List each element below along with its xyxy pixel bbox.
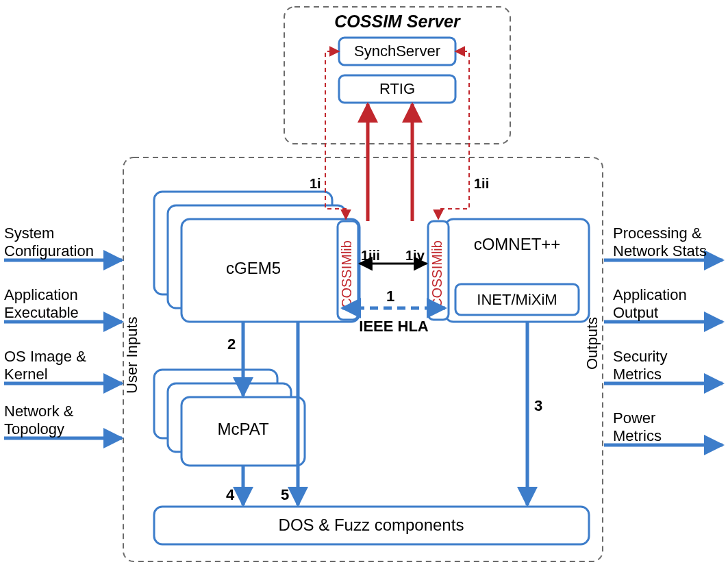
svg-text:Metrics: Metrics — [613, 366, 662, 383]
synchserver-label: SynchServer — [354, 42, 440, 60]
label-5: 5 — [281, 486, 289, 503]
svg-text:System: System — [4, 225, 54, 242]
user-inputs-label: User Inputs — [123, 317, 140, 394]
label-1i: 1i — [310, 176, 321, 191]
inet-label: INET/MiXiM — [477, 291, 557, 308]
server-title: COSSIM Server — [334, 12, 461, 31]
svg-text:Network Stats: Network Stats — [613, 242, 707, 259]
output-0-l1: Processing & — [613, 225, 702, 242]
label-1: 1 — [386, 288, 394, 305]
input-1-l2: Executable — [4, 304, 79, 321]
output-0: Processing &Network Stats — [604, 225, 723, 260]
label-1iv: 1iv — [405, 248, 425, 263]
input-0-l1: System — [4, 225, 54, 242]
mcpat-label: McPAT — [217, 420, 268, 438]
input-3-l1: Network & — [4, 403, 74, 420]
svg-text:Topology: Topology — [4, 420, 64, 437]
svg-text:Configuration: Configuration — [4, 242, 94, 259]
output-2-l2: Metrics — [613, 366, 662, 383]
cossimlib-left-label: COSSIMlib — [339, 240, 354, 308]
svg-text:Processing &: Processing & — [613, 225, 702, 242]
svg-text:Kernel: Kernel — [4, 366, 48, 383]
input-2-l2: Kernel — [4, 366, 48, 383]
output-1-l2: Output — [613, 304, 658, 321]
output-2-l1: Security — [613, 348, 667, 365]
output-1: ApplicationOutput — [604, 286, 723, 322]
svg-text:Power: Power — [613, 409, 655, 427]
comnet-label: cOMNET++ — [474, 235, 561, 253]
label-1iii: 1iii — [361, 248, 380, 263]
label-2: 2 — [227, 335, 236, 353]
svg-text:Output: Output — [613, 304, 658, 321]
svg-text:Network &: Network & — [4, 403, 74, 420]
cossimlib-right-label: COSSIMlib — [429, 240, 444, 308]
input-0-l2: Configuration — [4, 242, 94, 259]
input-0: SystemConfiguration — [4, 225, 122, 260]
svg-text:Metrics: Metrics — [613, 427, 662, 444]
output-3-l2: Metrics — [613, 427, 662, 444]
label-ieee: IEEE HLA — [359, 318, 429, 335]
label-4: 4 — [226, 486, 235, 503]
outputs-label: Outputs — [583, 317, 601, 370]
label-1ii: 1ii — [474, 176, 489, 191]
output-3: PowerMetrics — [604, 409, 723, 445]
input-3-l2: Topology — [4, 420, 64, 437]
label-3: 3 — [534, 397, 542, 414]
svg-text:Application: Application — [4, 286, 78, 303]
dos-label: DOS & Fuzz components — [279, 516, 464, 534]
cgem5-label: cGEM5 — [226, 259, 281, 277]
input-3: Network &Topology — [4, 403, 122, 438]
svg-text:OS Image &: OS Image & — [4, 348, 86, 365]
svg-text:Executable: Executable — [4, 304, 79, 321]
svg-text:Security: Security — [613, 348, 667, 365]
input-2-l1: OS Image & — [4, 348, 86, 365]
output-3-l1: Power — [613, 409, 655, 427]
svg-text:Application: Application — [613, 286, 687, 303]
output-1-l1: Application — [613, 286, 687, 303]
output-2: SecurityMetrics — [604, 348, 723, 383]
input-2: OS Image &Kernel — [4, 348, 122, 383]
rtig-label: RTIG — [379, 80, 415, 97]
output-0-l2: Network Stats — [613, 242, 707, 259]
input-1-l1: Application — [4, 286, 78, 303]
input-1: ApplicationExecutable — [4, 286, 122, 322]
